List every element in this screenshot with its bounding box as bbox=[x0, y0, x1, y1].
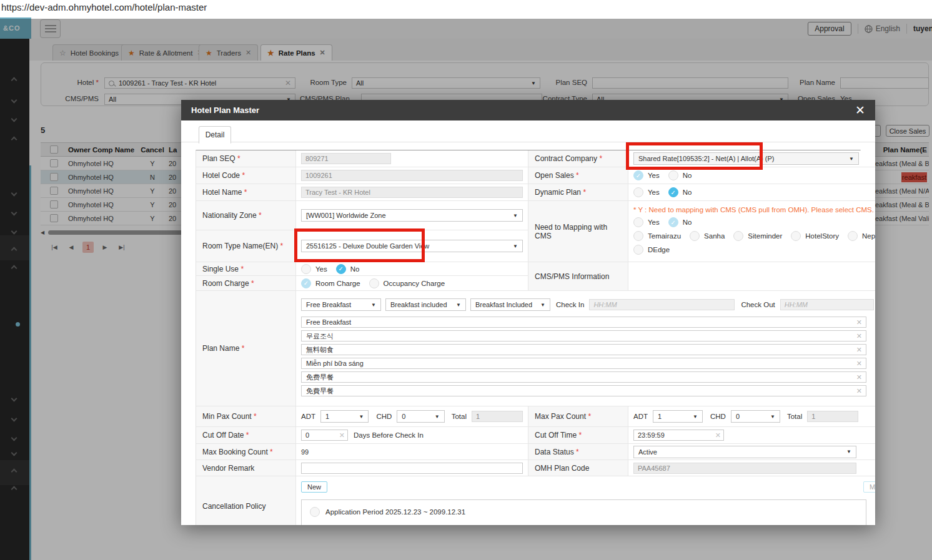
data-status-select[interactable]: Active▼ bbox=[633, 446, 856, 458]
max-pax-chd-select[interactable]: 0▼ bbox=[731, 410, 780, 423]
nationality-zone-select[interactable]: [WW001] Worldwide Zone ▼ bbox=[301, 209, 523, 222]
chevron-down-icon: ▼ bbox=[431, 414, 440, 420]
dynamic-plan-yes-radio[interactable]: ✓ bbox=[633, 187, 643, 197]
cms-mapping-yes-radio[interactable]: ✓ bbox=[633, 217, 643, 227]
cms-mapping-no-radio[interactable]: ✓ bbox=[668, 217, 678, 227]
min-pax-chd-select[interactable]: 0▼ bbox=[397, 410, 444, 423]
single-use-no-radio[interactable]: ✓ bbox=[336, 264, 346, 274]
data-status-label: Data Status * bbox=[528, 444, 628, 460]
clear-icon[interactable]: ✕ bbox=[339, 431, 345, 440]
clear-icon[interactable]: ✕ bbox=[856, 360, 862, 368]
cut-off-date-label: Cut Off Date * bbox=[196, 427, 296, 444]
check-in-label: Check In bbox=[556, 301, 584, 308]
room-type-name-label: Room Type Name(EN) * bbox=[196, 230, 296, 262]
dynamic-plan-label: Dynamic Plan * bbox=[528, 184, 628, 201]
contract-company-label: Contract Company * bbox=[528, 150, 628, 167]
clear-icon[interactable]: ✕ bbox=[856, 332, 862, 340]
clear-icon[interactable]: ✕ bbox=[715, 431, 721, 440]
nationality-zone-label: Nationality Zone * bbox=[196, 201, 296, 230]
omh-plan-code-input bbox=[633, 463, 856, 474]
plan-name-type-select-2[interactable]: Breakfast included▼ bbox=[385, 298, 466, 311]
plan-form: Plan SEQ * Contract Company * Shared Rat… bbox=[196, 150, 861, 525]
cms-sanha-radio[interactable]: ✓ bbox=[690, 231, 700, 241]
clear-icon[interactable]: ✕ bbox=[856, 318, 862, 327]
min-pax-adt-select[interactable]: 1▼ bbox=[320, 410, 369, 423]
cms-dedge-radio[interactable]: ✓ bbox=[633, 245, 643, 255]
chevron-down-icon: ▼ bbox=[537, 302, 545, 308]
plan-seq-input bbox=[301, 153, 391, 164]
modal-title: Hotel Plan Master bbox=[191, 106, 855, 115]
check-icon: ✓ bbox=[304, 280, 309, 287]
chevron-down-icon: ▼ bbox=[367, 302, 376, 308]
chevron-down-icon: ▼ bbox=[509, 213, 518, 219]
max-pax-total-input bbox=[807, 411, 858, 422]
cms-mapping-label: Need to Mapping with CMS bbox=[528, 201, 628, 262]
clear-icon[interactable]: ✕ bbox=[856, 346, 862, 354]
chevron-down-icon: ▼ bbox=[843, 449, 851, 454]
hotel-name-label: Hotel Name * bbox=[196, 184, 296, 201]
modal-tab-bar: Detail bbox=[181, 120, 875, 142]
plan-name-input-en[interactable]: Free Breakfast✕ bbox=[301, 317, 866, 328]
hotel-name-input bbox=[301, 187, 523, 198]
plan-name-input-zh-tw[interactable]: 免費早餐✕ bbox=[301, 385, 866, 396]
max-pax-count-label: Max Pax Count * bbox=[528, 406, 628, 427]
cms-siteminder-radio[interactable]: ✓ bbox=[733, 231, 743, 241]
open-sales-yes-radio[interactable]: ✓ bbox=[633, 170, 643, 180]
single-use-yes-radio[interactable]: ✓ bbox=[301, 264, 311, 274]
omh-plan-code-label: OMH Plan Code bbox=[528, 460, 628, 476]
screen: https://dev-adm.ohmyhotel.com/hotel/plan… bbox=[0, 0, 932, 560]
cms-pms-information-label: CMS/PMS Information bbox=[528, 262, 628, 291]
plan-name-input-zh-cn[interactable]: 免费早餐✕ bbox=[301, 371, 866, 383]
page-url: https://dev-adm.ohmyhotel.com/hotel/plan… bbox=[1, 2, 207, 12]
room-charge-radio[interactable]: ✓ bbox=[301, 278, 311, 288]
max-pax-adt-select[interactable]: 1▼ bbox=[653, 410, 703, 423]
chevron-down-icon: ▼ bbox=[689, 414, 698, 420]
chevron-down-icon: ▼ bbox=[355, 414, 364, 420]
plan-name-input-ko[interactable]: 무료조식✕ bbox=[301, 330, 866, 341]
cut-off-date-suffix: Days Before Check In bbox=[354, 431, 424, 439]
browser-url-bar: https://dev-adm.ohmyhotel.com/hotel/plan… bbox=[0, 0, 932, 19]
chevron-down-icon: ▼ bbox=[509, 243, 518, 249]
cut-off-time-input[interactable] bbox=[633, 430, 724, 441]
modify-policy-button[interactable]: Modify bbox=[863, 481, 875, 493]
check-icon: ✓ bbox=[671, 189, 676, 196]
chevron-down-icon: ▼ bbox=[766, 414, 775, 420]
check-icon: ✓ bbox=[636, 172, 641, 179]
clear-icon[interactable]: ✕ bbox=[856, 387, 862, 395]
plan-name-type-select-3[interactable]: Breakfast Included▼ bbox=[470, 298, 550, 311]
plan-name-label: Plan Name * bbox=[196, 291, 296, 406]
cms-temairazu-radio[interactable]: ✓ bbox=[633, 231, 643, 241]
policy-text: Cancellation Policy 1 day prior: 100% ch… bbox=[325, 524, 866, 525]
tab-detail[interactable]: Detail bbox=[199, 126, 231, 144]
modal-header: Hotel Plan Master ✕ bbox=[181, 100, 875, 120]
plan-name-input-vi[interactable]: Miễn phí bữa sáng✕ bbox=[301, 358, 866, 369]
cut-off-time-label: Cut Off Time * bbox=[528, 427, 628, 444]
open-sales-no-radio[interactable]: ✓ bbox=[668, 170, 678, 180]
max-booking-count-label: Max Booking Count * bbox=[196, 444, 296, 460]
check-icon: ✓ bbox=[339, 265, 344, 272]
policy-radio[interactable]: ✓ bbox=[310, 507, 320, 517]
clear-icon[interactable]: ✕ bbox=[856, 373, 862, 381]
hotel-plan-master-modal: Hotel Plan Master ✕ Detail Plan SEQ * Co… bbox=[181, 100, 875, 525]
cms-hotelstory-radio[interactable]: ✓ bbox=[791, 231, 801, 241]
plan-name-input-ja[interactable]: 無料朝食✕ bbox=[301, 344, 866, 355]
chevron-down-icon: ▼ bbox=[452, 302, 461, 308]
cancellation-policy-box: ✓ Application Period 2025.12.23 ~ 2099.1… bbox=[301, 499, 866, 525]
cms-neppan-radio[interactable]: ✓ bbox=[848, 231, 858, 241]
min-pax-count-label: Min Pax Count * bbox=[196, 406, 296, 427]
check-out-input[interactable] bbox=[780, 299, 874, 310]
occupancy-charge-radio[interactable]: ✓ bbox=[369, 278, 379, 288]
hotel-code-label: Hotel Code * bbox=[196, 167, 296, 184]
plan-name-type-select-1[interactable]: Free Breakfast▼ bbox=[301, 298, 381, 311]
hotel-code-input bbox=[301, 170, 523, 181]
modal-close-icon[interactable]: ✕ bbox=[855, 104, 865, 116]
open-sales-label: Open Sales * bbox=[528, 167, 628, 184]
cancellation-policy-label: Cancellation Policy bbox=[196, 476, 296, 525]
cms-mapping-note: * Y : Need to mapping with CMS (CMS pull… bbox=[633, 206, 874, 214]
check-in-input[interactable] bbox=[589, 299, 735, 310]
vendor-remark-input[interactable] bbox=[301, 463, 523, 474]
annotation-room-type bbox=[294, 228, 425, 262]
new-policy-button[interactable]: New bbox=[301, 481, 327, 493]
min-pax-total-input bbox=[472, 411, 523, 422]
dynamic-plan-no-radio[interactable]: ✓ bbox=[668, 187, 678, 197]
